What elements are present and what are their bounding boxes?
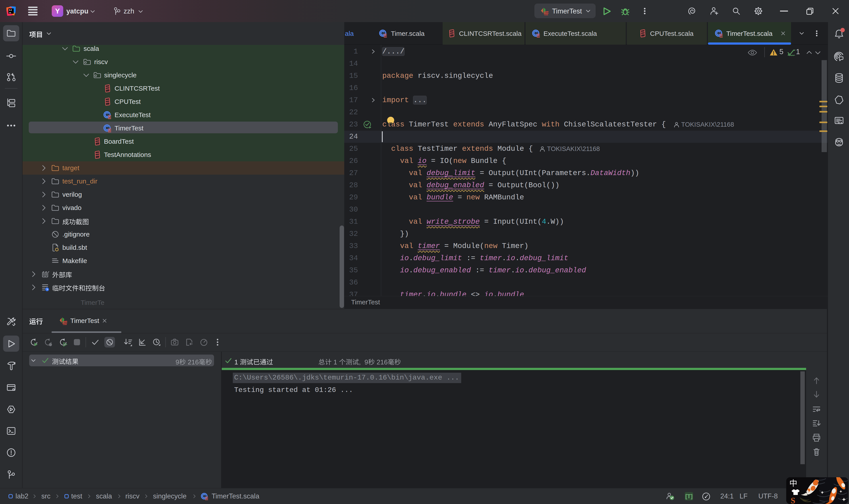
svg-text:IJ: IJ: [9, 9, 12, 12]
svg-text:S: S: [791, 496, 795, 504]
